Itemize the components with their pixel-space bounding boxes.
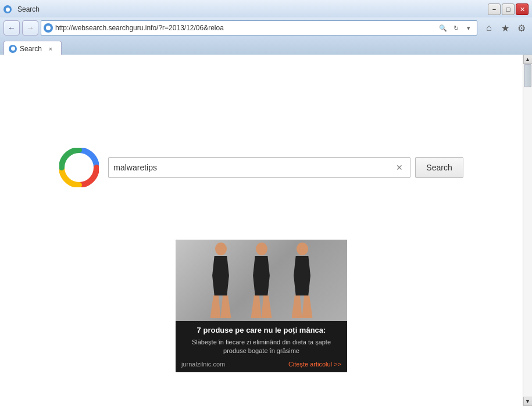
minimize-button[interactable]: − (488, 3, 501, 15)
title-bar-left: Search (3, 5, 40, 13)
tab-bar: Search × (0, 38, 532, 55)
nav-right-buttons: ⌂ ★ ⚙ (482, 21, 529, 35)
refresh-button[interactable]: ↻ (450, 22, 462, 34)
scrollbar: ▲ ▼ (523, 55, 532, 406)
address-icon (44, 23, 53, 33)
figure-1 (201, 243, 241, 318)
search-page: ✕ Search (0, 55, 523, 406)
svg-point-1 (70, 158, 88, 177)
address-actions: 🔍 ↻ ▾ (437, 22, 474, 34)
scroll-thumb[interactable] (524, 64, 531, 87)
scroll-up-button[interactable]: ▲ (523, 55, 533, 64)
window-title: Search (17, 5, 40, 13)
figure-body-1 (210, 256, 231, 295)
page-content: ✕ Search (0, 55, 523, 406)
tab-close-button[interactable]: × (46, 44, 55, 54)
search-guru-logo (59, 148, 99, 187)
tools-button[interactable]: ⚙ (515, 21, 529, 35)
figure-legs-3 (292, 295, 313, 318)
search-address-button[interactable]: 🔍 (437, 22, 449, 34)
address-text: http://websearch.searchguru.info/?r=2013… (55, 24, 435, 32)
search-input-wrapper[interactable]: ✕ (108, 157, 410, 178)
figure-legs-1 (210, 295, 231, 318)
forward-button[interactable]: → (22, 20, 38, 35)
dropdown-button[interactable]: ▾ (463, 22, 474, 34)
tab-title: Search (20, 45, 43, 53)
favorites-button[interactable]: ★ (498, 21, 512, 35)
back-button[interactable]: ← (3, 20, 20, 35)
search-header-area: ✕ Search (59, 148, 463, 187)
title-bar: Search − □ ✕ (0, 0, 532, 17)
ad-link[interactable]: Citește articolul >> (288, 361, 341, 368)
close-button[interactable]: ✕ (516, 3, 529, 15)
scroll-track[interactable] (523, 64, 532, 397)
window-favicon (3, 5, 12, 13)
ad-footer: jurnalzilnic.com Citește articolul >> (181, 361, 341, 368)
scroll-down-button[interactable]: ▼ (523, 397, 533, 406)
navigation-bar: ← → http://websearch.searchguru.info/?r=… (0, 17, 532, 38)
ad-banner: 7 produse pe care nu le poți mânca: Slăb… (176, 240, 347, 372)
ad-text-area: 7 produse pe care nu le poți mânca: Slăb… (176, 321, 347, 372)
figure-2 (242, 243, 281, 318)
figure-head-2 (256, 243, 267, 255)
tab-favicon (9, 45, 17, 53)
window-controls: − □ ✕ (488, 3, 529, 15)
browser-body: ✕ Search (0, 55, 532, 406)
search-box-container: ✕ Search (108, 157, 463, 178)
address-bar[interactable]: http://websearch.searchguru.info/?r=2013… (41, 20, 477, 35)
figure-body-2 (251, 256, 272, 295)
ad-title: 7 produse pe care nu le poți mânca: (181, 326, 341, 334)
search-button[interactable]: Search (415, 157, 463, 178)
maximize-button[interactable]: □ (502, 3, 515, 15)
ad-image-area (176, 240, 347, 321)
active-tab[interactable]: Search × (3, 41, 62, 55)
ad-description: Slăbește în fiecare zi eliminând din die… (181, 338, 341, 356)
search-clear-button[interactable]: ✕ (394, 162, 405, 173)
search-input[interactable] (113, 163, 394, 172)
ad-source: jurnalzilnic.com (181, 361, 225, 368)
home-button[interactable]: ⌂ (482, 21, 496, 35)
figure-3 (283, 243, 322, 318)
figure-head-3 (297, 243, 308, 255)
figure-head-1 (215, 243, 227, 255)
figure-body-3 (292, 256, 313, 295)
figure-legs-2 (251, 295, 272, 318)
